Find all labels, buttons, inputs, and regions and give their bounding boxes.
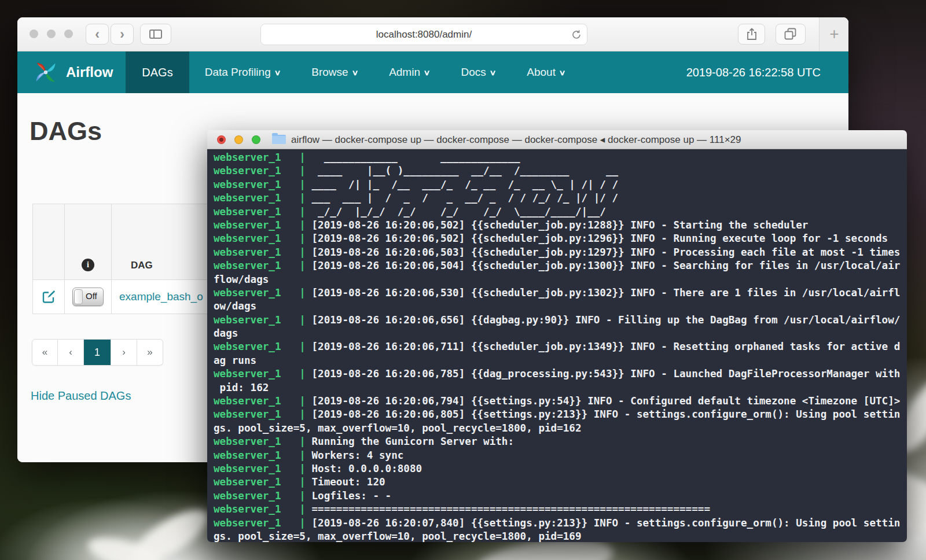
terminal-line: ow/dags (214, 300, 907, 313)
chevron-down-icon: ∨ (559, 68, 566, 77)
nav-label: About (527, 66, 556, 79)
terminal-line: gs. pool_size=5, max_overflow=10, pool_r… (214, 530, 907, 542)
nav-item-data-profiling[interactable]: Data Profiling ∨ (189, 51, 296, 93)
terminal-line: dags (214, 327, 907, 340)
airflow-brand: Airflow (66, 64, 113, 80)
toggle-cell: Off (65, 280, 112, 314)
terminal-line: webserver_1 | Timeout: 120 (214, 476, 907, 489)
close-window-button[interactable] (217, 135, 226, 144)
nav-item-admin[interactable]: Admin ∨ (373, 51, 445, 93)
forward-icon: › (120, 27, 124, 42)
close-window-button[interactable] (30, 30, 38, 38)
nav-label: Docs (461, 66, 486, 79)
terminal-line: webserver_1 | Workers: 4 sync (214, 449, 907, 462)
terminal-line: pid: 162 (214, 381, 907, 395)
chevron-down-icon: ∨ (274, 68, 281, 77)
page-next-button[interactable]: › (111, 339, 137, 366)
edit-column-header (33, 204, 65, 280)
info-icon[interactable]: i (82, 259, 94, 271)
terminal-line: webserver_1 | [2019-08-26 16:20:06,503] … (214, 246, 907, 259)
terminal-line: webserver_1 | Logfiles: - - (214, 489, 907, 503)
nav-label: DAGs (142, 66, 172, 79)
terminal-line: webserver_1 | ____ |__( )_________ __/__… (214, 164, 907, 178)
airflow-navbar: Airflow DAGs Data Profiling ∨ Browse ∨ A… (17, 51, 848, 93)
terminal-line: webserver_1 | ==========================… (214, 503, 907, 516)
terminal-line: webserver_1 | ____________ _____________ (214, 151, 907, 164)
chevron-down-icon: ∨ (489, 68, 496, 77)
page-prev-button[interactable]: ‹ (58, 339, 84, 366)
page-title: DAGs (30, 116, 102, 146)
terminal-line: webserver_1 | Running the Gunicorn Serve… (214, 435, 907, 448)
info-column-header: i (65, 204, 112, 280)
utc-clock: 2019-08-26 16:22:58 UTC (686, 66, 821, 79)
airflow-logo-icon (32, 59, 59, 86)
terminal-line: webserver_1 | [2019-08-26 16:20:06,785] … (214, 367, 907, 381)
page-first-button[interactable]: « (32, 339, 58, 366)
nav-label: Data Profiling (205, 66, 271, 79)
dag-link[interactable]: example_bash_o (119, 290, 203, 303)
back-icon: ‹ (95, 27, 100, 42)
folder-icon (272, 135, 286, 144)
terminal-line: flow/dags (214, 273, 907, 286)
new-tab-button[interactable]: + (819, 17, 848, 51)
terminal-output: webserver_1 | ____________ _____________… (207, 149, 907, 542)
terminal-line: webserver_1 | [2019-08-26 16:20:06,530] … (214, 286, 907, 300)
terminal-window: airflow — docker-compose up — docker-com… (207, 130, 907, 542)
toggle-knob (74, 289, 83, 304)
back-button[interactable]: ‹ (86, 24, 109, 45)
nav-item-docs[interactable]: Docs ∨ (446, 51, 512, 93)
minimize-window-button[interactable] (234, 135, 243, 144)
browser-toolbar: ‹ › localhost:8080/admin/ (17, 17, 848, 51)
minimize-window-button[interactable] (47, 30, 56, 38)
terminal-line: webserver_1 | Host: 0.0.0.0:8080 (214, 462, 907, 476)
terminal-line: webserver_1 | [2019-08-26 16:20:06,656] … (214, 314, 907, 327)
terminal-line: webserver_1 | [2019-08-26 16:20:06,711] … (214, 340, 907, 353)
forward-button[interactable]: › (111, 24, 134, 45)
url-text: localhost:8080/admin/ (376, 29, 472, 40)
nav-label: Admin (389, 66, 420, 79)
edit-cell (33, 280, 65, 314)
terminal-line: webserver_1 | [2019-08-26 16:20:06,502] … (214, 219, 907, 232)
terminal-line: webserver_1 | ____ /| |_ /__ ___/_ /_ __… (214, 178, 907, 191)
sidebar-icon (149, 30, 162, 39)
chevron-down-icon: ∨ (351, 68, 358, 77)
address-bar[interactable]: localhost:8080/admin/ (260, 24, 587, 45)
sidebar-button[interactable] (140, 24, 171, 45)
refresh-button[interactable] (571, 29, 582, 40)
nav-label: Browse (311, 66, 348, 79)
chevron-down-icon: ∨ (424, 68, 431, 77)
hide-paused-dags-link[interactable]: Hide Paused DAGs (31, 389, 131, 403)
edit-dag-icon[interactable] (41, 289, 56, 304)
dag-pause-toggle[interactable]: Off (72, 288, 104, 306)
tabs-overview-button[interactable] (776, 24, 806, 45)
terminal-line: ag runs (214, 354, 907, 367)
plus-icon: + (829, 25, 839, 43)
terminal-line: gs. pool_size=5, max_overflow=10, pool_r… (214, 422, 907, 435)
share-button[interactable] (738, 24, 765, 45)
nav-item-dags[interactable]: DAGs (126, 51, 189, 93)
terminal-titlebar: airflow — docker-compose up — docker-com… (207, 130, 907, 149)
terminal-line: webserver_1 | [2019-08-26 16:20:07,840] … (214, 517, 907, 530)
nav-item-browse[interactable]: Browse ∨ (296, 51, 373, 93)
share-icon (746, 27, 758, 41)
terminal-line: webserver_1 | [2019-08-26 16:20:06,502] … (214, 232, 907, 245)
terminal-line: webserver_1 | [2019-08-26 16:20:06,794] … (214, 395, 907, 408)
zoom-window-button[interactable] (64, 30, 73, 38)
zoom-window-button[interactable] (252, 135, 260, 144)
terminal-line: webserver_1 | _/_/ |_/_/ /_/ /_/ /_/ \__… (214, 205, 907, 219)
terminal-line: webserver_1 | [2019-08-26 16:20:06,805] … (214, 408, 907, 421)
nav-item-about[interactable]: About ∨ (511, 51, 580, 93)
desktop-background: ‹ › localhost:8080/admin/ (0, 0, 926, 560)
page-last-button[interactable]: » (137, 339, 163, 366)
terminal-title: airflow — docker-compose up — docker-com… (291, 134, 741, 146)
page-number-button[interactable]: 1 (84, 339, 111, 366)
refresh-icon (571, 29, 582, 40)
toggle-label: Off (86, 288, 97, 304)
terminal-line: webserver_1 | [2019-08-26 16:20:06,504] … (214, 259, 907, 272)
tabs-icon (784, 28, 797, 40)
terminal-line: webserver_1 | ___ ___ | / _ / _ __/ _ / … (214, 191, 907, 205)
pagination: « ‹ 1 › » (32, 339, 163, 366)
